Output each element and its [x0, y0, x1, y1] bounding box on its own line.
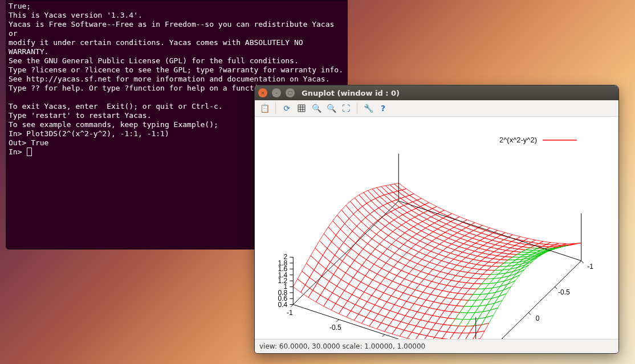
svg-line-605 — [502, 338, 504, 339]
window-maximize-button[interactable]: ▢ — [286, 88, 295, 97]
separator — [357, 103, 357, 114]
status-text: view: 60.0000, 30.0000 scale: 1.00000, 1… — [259, 342, 425, 350]
svg-text:-1: -1 — [287, 309, 293, 317]
status-bar: view: 60.0000, 30.0000 scale: 1.00000, 1… — [255, 339, 618, 353]
window-titlebar[interactable]: × – ▢ Gnuplot (window id : 0) — [255, 85, 618, 100]
help-icon[interactable]: ? — [377, 102, 389, 114]
svg-line-599 — [382, 334, 385, 337]
plot-canvas[interactable]: 0.40.60.811.21.41.61.82-1-0.500.51-1-0.5… — [255, 117, 617, 339]
svg-text:-0.5: -0.5 — [558, 288, 570, 296]
terminal-line: Type 'restart' to restart Yacas. — [9, 111, 151, 120]
terminal-line: To exit Yacas, enter Exit(); or quit or … — [9, 102, 223, 111]
config-icon[interactable]: 🔧 — [362, 102, 375, 114]
svg-text:0: 0 — [536, 314, 540, 322]
svg-text:-0.5: -0.5 — [329, 324, 341, 332]
replot-icon[interactable]: ⟳ — [280, 102, 293, 114]
terminal-line: Yacas is Free Software--Free as in Freed… — [9, 20, 339, 38]
separator — [275, 103, 276, 114]
terminal-cursor — [27, 148, 32, 156]
terminal-line: This is Yacas version '1.3.4'. — [9, 11, 143, 19]
window-close-button[interactable]: × — [258, 88, 267, 97]
window-minimize-button[interactable]: – — [272, 88, 281, 97]
legend-label: 2^(x^2-y^2) — [499, 136, 537, 144]
gnuplot-toolbar: 📋 ⟳ 🔍 🔍 ⛶ 🔧 ? — [255, 100, 618, 117]
terminal-line: modify it under certain conditions. Yaca… — [9, 38, 307, 56]
gnuplot-window: × – ▢ Gnuplot (window id : 0) 📋 ⟳ 🔍 🔍 ⛶ … — [254, 85, 619, 354]
terminal-line: True; — [9, 2, 31, 10]
terminal-line: See http://yacas.sf.net for more informa… — [9, 75, 330, 83]
window-title: Gnuplot (window id : 0) — [302, 89, 400, 97]
terminal-line: See the GNU General Public License (GPL)… — [9, 56, 299, 65]
clipboard-icon[interactable]: 📋 — [258, 102, 271, 114]
grid-icon[interactable] — [295, 102, 308, 114]
svg-text:-1: -1 — [587, 263, 593, 271]
terminal-line: To see example commands, keep typing Exa… — [9, 120, 218, 129]
terminal-line: In> Plot3DS(2^(x^2-y^2), -1:1, -1:1) — [9, 129, 169, 138]
svg-text:2: 2 — [284, 253, 288, 261]
plot-legend: 2^(x^2-y^2) — [499, 136, 577, 144]
terminal-line: Type ?license or ?licence to see the GPL… — [9, 66, 343, 74]
svg-line-597 — [291, 305, 293, 307]
svg-line-603 — [555, 287, 557, 289]
terminal-prompt: In> — [9, 148, 26, 156]
terminal-line: Type ?? for help. Or type ?function for … — [9, 84, 272, 92]
svg-line-598 — [336, 320, 339, 322]
autoscale-icon[interactable]: ⛶ — [340, 102, 352, 114]
svg-line-604 — [528, 313, 531, 315]
svg-line-602 — [581, 261, 584, 263]
svg-text:0: 0 — [379, 338, 383, 339]
zoom-prev-icon[interactable]: 🔍 — [310, 102, 323, 114]
zoom-next-icon[interactable]: 🔍 — [325, 102, 337, 114]
terminal-line: Out> True — [9, 138, 48, 147]
